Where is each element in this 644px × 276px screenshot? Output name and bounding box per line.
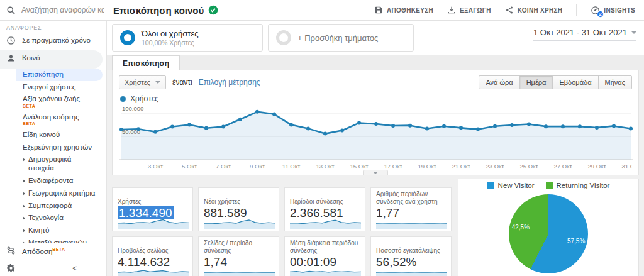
- action-label: ΕΞΑΓΩΓΗ: [460, 7, 491, 14]
- topbar-divider: [576, 4, 577, 16]
- main-content: Όλοι οι χρήστες 100,00% Χρήστες + Προσθή…: [107, 21, 644, 276]
- segment-chip-all-users[interactable]: Όλοι οι χρήστες 100,00% Χρήστες: [112, 24, 263, 52]
- svg-text:100.000: 100.000: [122, 105, 143, 112]
- granularity-ανά-ώρα[interactable]: Ανά ώρα: [479, 75, 519, 89]
- sidebar-item-εξερεύνηση-χρηστών[interactable]: Εξερεύνηση χρηστών: [16, 141, 103, 154]
- sidebar-item-realtime[interactable]: Σε πραγματικό χρόνο: [0, 33, 106, 50]
- sidebar-item-τεχνολογία[interactable]: Τεχνολογία: [16, 212, 103, 224]
- sidebar-item-γεωγραφικά-κριτήρια[interactable]: Γεωγραφικά κριτήρια: [16, 187, 103, 200]
- sidebar-item-attribution[interactable]: ΑπόδοσηBETA: [0, 243, 107, 260]
- sidebar-item-είδη-κοινού[interactable]: Είδη κοινού: [16, 129, 103, 141]
- svg-text:13 Οκτ: 13 Οκτ: [316, 163, 334, 170]
- metric-card-ποσοστό-εγκατάλειψης[interactable]: Ποσοστό εγκατάλειψης56,52%: [370, 236, 452, 276]
- gear-icon[interactable]: [6, 263, 16, 273]
- svg-text:23 Οκτ: 23 Οκτ: [486, 163, 504, 170]
- series-dot-icon: [120, 96, 126, 102]
- select-metric-link[interactable]: Επιλογή μέτρησης: [199, 78, 260, 87]
- sidebar-item-επισκόπηση[interactable]: Επισκόπηση: [16, 69, 103, 81]
- chart-expand-tab[interactable]: [363, 170, 388, 175]
- svg-text:25 Οκτ: 25 Οκτ: [519, 163, 538, 170]
- sidebar-utility-bar: <: [0, 260, 107, 276]
- save-icon: [374, 6, 383, 14]
- metric-sparkline: [118, 266, 189, 276]
- chevron-down-icon: [155, 81, 160, 84]
- chart-controls: Χρήστες έναντι Επιλογή μέτρησης Ανά ώραΗ…: [119, 75, 632, 89]
- search-icon: [6, 6, 16, 15]
- vs-label: έναντι: [172, 78, 192, 87]
- sidebar-item-label: Ενδιαφέροντα: [28, 177, 73, 185]
- sidebar-item-label: Είδη κοινού: [23, 131, 60, 140]
- global-search[interactable]: [0, 0, 107, 20]
- pie-legend: New VisitorReturning Visitor: [458, 182, 638, 189]
- topbar-actions: ΑΠΟΘΗΚΕΥΣΗΕΞΑΓΩΓΗΚΟΙΝΗ ΧΡΗΣΗ2INSIGHTS: [374, 4, 644, 16]
- chevron-down-icon: [374, 172, 377, 174]
- action-label: ΚΟΙΝΗ ΧΡΗΣΗ: [518, 7, 563, 14]
- metric-card-προβολές-σελίδας[interactable]: Προβολές σελίδας4.114.632: [112, 236, 193, 276]
- metric-card-αριθμός-περιόδων-σύνδεσης-ανά-χρήστη[interactable]: Αριθμός περιόδων σύνδεσης ανά χρήστη1,77: [370, 187, 452, 231]
- legend-returning-visitor[interactable]: Returning Visitor: [546, 182, 610, 189]
- action-label: INSIGHTS: [604, 7, 635, 14]
- chart-legend: Χρήστες: [120, 94, 632, 103]
- κοινη-χρηση-button[interactable]: ΚΟΙΝΗ ΧΡΗΣΗ: [505, 6, 563, 14]
- person-icon: [6, 53, 16, 65]
- sidebar-item-label: Ανάλυση κοόρτηςBETA: [23, 113, 79, 127]
- metric-label: Προβολές σελίδας: [118, 240, 187, 254]
- legend-label: Returning Visitor: [557, 182, 610, 189]
- metric-card-σελίδες-περίοδο-σύνδεσης[interactable]: Σελίδες / περίοδο σύνδεσης1,74: [198, 236, 279, 276]
- sidebar-item-δημογραφικά-στοιχεία[interactable]: Δημογραφικά στοιχεία: [16, 153, 103, 175]
- legend-label: New Visitor: [498, 182, 535, 189]
- sidebar-item-label: Αξία χρόνου ζωήςBETA: [23, 95, 80, 109]
- metric-sparkline: [118, 217, 189, 229]
- page-header: Επισκόπηση κοινού: [107, 5, 218, 16]
- metric-card-περίοδοι-σύνδεσης[interactable]: Περίοδοι σύνδεσης2.366.581: [284, 187, 365, 231]
- svg-text:11 Οκτ: 11 Οκτ: [282, 163, 301, 170]
- users-line-chart[interactable]: 50.000100.0003 Οκτ5 Οκτ7 Οκτ9 Οκτ11 Οκτ1…: [119, 104, 633, 174]
- svg-text:19 Οκτ: 19 Οκτ: [418, 163, 436, 170]
- granularity-buttons: Ανά ώραΗμέραΕβδομάδαΜήνας: [479, 75, 632, 89]
- legend-swatch-icon: [487, 182, 494, 189]
- metric-sparkline: [204, 217, 275, 229]
- sidebar-item-ενεργοί-χρήστες[interactable]: Ενεργοί χρήστες: [16, 81, 103, 94]
- metric-label: Χρήστες: [118, 191, 187, 205]
- search-input[interactable]: [21, 6, 104, 14]
- metric-sparkline: [376, 217, 447, 229]
- segment-subtitle: 100,00% Χρήστες: [142, 39, 199, 47]
- sidebar-item-ενδιαφέροντα[interactable]: Ενδιαφέροντα: [16, 175, 103, 187]
- αποθηκευση-button[interactable]: ΑΠΟΘΗΚΕΥΣΗ: [374, 6, 433, 14]
- sidebar-item-συμπεριφορά[interactable]: Συμπεριφορά: [16, 200, 103, 213]
- svg-text:7 Οκτ: 7 Οκτ: [216, 163, 231, 170]
- sidebar-item-αξία-χρόνου-ζωής[interactable]: Αξία χρόνου ζωήςBETA: [16, 93, 103, 111]
- metric-card-χρήστες[interactable]: Χρήστες1.334.490: [112, 187, 193, 231]
- reports-section-label: ΑΝΑΦΟΡΕΣ: [6, 25, 106, 31]
- granularity-μήνας[interactable]: Μήνας: [598, 75, 632, 89]
- action-label: ΑΠΟΘΗΚΕΥΣΗ: [387, 7, 433, 14]
- tab-overview[interactable]: Επισκόπηση: [112, 55, 180, 70]
- add-segment-chip[interactable]: + Προσθήκη τμήματος: [268, 24, 414, 52]
- metric-select-dropdown[interactable]: Χρήστες: [119, 75, 166, 89]
- svg-text:29 Οκτ: 29 Οκτ: [587, 163, 606, 170]
- collapse-sidebar-icon[interactable]: <: [72, 264, 77, 273]
- metric-card-μέση-διάρκεια-περιόδου-σύνδεσης[interactable]: Μέση διάρκεια περιόδου σύνδεσης00:01:09: [284, 236, 365, 276]
- segment-title: Όλοι οι χρήστες: [142, 29, 199, 38]
- segments-band: Όλοι οι χρήστες 100,00% Χρήστες + Προσθή…: [107, 21, 644, 55]
- sidebar-item-audience[interactable]: Κοινό: [0, 50, 103, 68]
- svg-text:3 Οκτ: 3 Οκτ: [148, 163, 163, 170]
- insights-button[interactable]: 2INSIGHTS: [591, 6, 635, 15]
- visitor-type-pie-chart[interactable]: [509, 194, 588, 273]
- εξαγωγη-button[interactable]: ΕΞΑΓΩΓΗ: [447, 6, 491, 14]
- sidebar-item-κινητό[interactable]: Κινητό: [16, 224, 103, 237]
- pie-wrap: 57,5%42,5%: [509, 194, 588, 273]
- granularity-εβδομάδα[interactable]: Εβδομάδα: [552, 75, 598, 89]
- metric-card-νέοι-χρήστες[interactable]: Νέοι χρήστες881.589: [198, 187, 279, 231]
- legend-new-visitor[interactable]: New Visitor: [487, 182, 535, 189]
- beta-badge: BETA: [52, 247, 65, 251]
- chevron-right-icon: [23, 229, 25, 233]
- metric-label: Ποσοστό εγκατάλειψης: [376, 240, 446, 254]
- insights-count-badge: 2: [597, 11, 604, 18]
- legend-swatch-icon: [546, 182, 553, 189]
- granularity-ημέρα[interactable]: Ημέρα: [519, 75, 553, 89]
- sidebar-item-ανάλυση-κοόρτης[interactable]: Ανάλυση κοόρτηςBETA: [16, 111, 103, 129]
- page-title: Επισκόπηση κοινού: [113, 5, 204, 16]
- date-range-selector[interactable]: 1 Οκτ 2021 - 31 Οκτ 2021: [533, 28, 636, 41]
- series-legend-label: Χρήστες: [130, 94, 158, 103]
